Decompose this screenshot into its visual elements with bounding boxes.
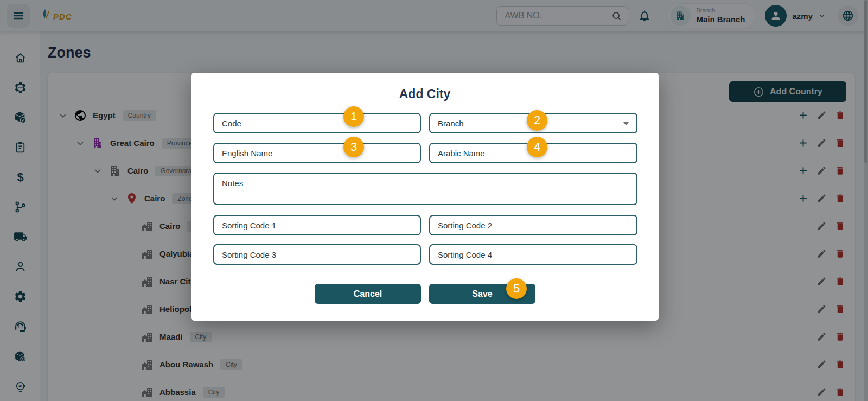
select-caret-icon <box>623 122 629 125</box>
annotation-step-3: 3 <box>343 137 364 157</box>
notes-textarea[interactable] <box>213 173 637 205</box>
english-name-input[interactable] <box>213 143 421 163</box>
annotation-step-5: 5 <box>506 278 527 299</box>
sorting-code-2-input[interactable] <box>429 215 637 235</box>
annotation-step-4: 4 <box>527 137 547 157</box>
add-city-modal: Add City Branch Cancel Save <box>191 73 659 321</box>
cancel-button[interactable]: Cancel <box>315 284 421 304</box>
branch-select-value: Branch <box>438 119 464 128</box>
annotation-step-2: 2 <box>527 110 547 131</box>
modal-title: Add City <box>191 87 659 101</box>
annotation-step-1: 1 <box>343 106 364 127</box>
sorting-code-3-input[interactable] <box>213 244 421 265</box>
sorting-code-1-input[interactable] <box>213 215 421 235</box>
code-input[interactable] <box>213 113 421 133</box>
sorting-code-4-input[interactable] <box>429 244 637 265</box>
